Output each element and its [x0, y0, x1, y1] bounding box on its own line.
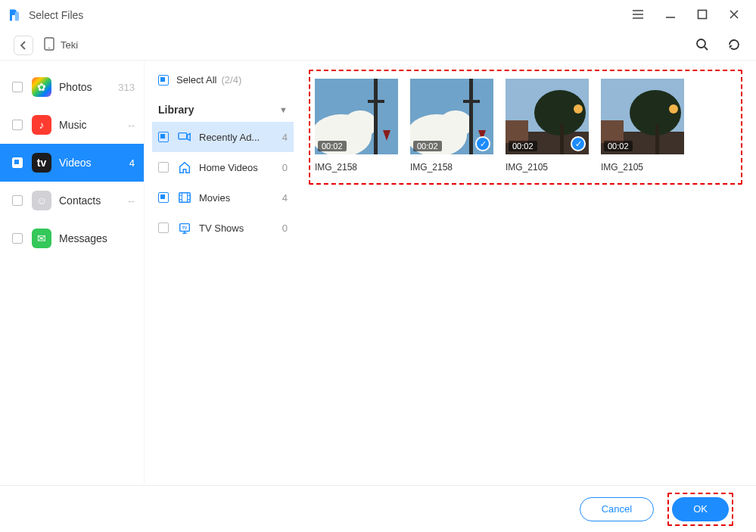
footer: Cancel OK	[0, 485, 756, 532]
main-area: ✿ Photos 313 ♪ Music -- tv Videos 4 ☺ Co…	[0, 61, 756, 484]
library-type-icon	[178, 191, 199, 204]
window-title: Select Files	[29, 9, 83, 21]
close-icon[interactable]	[729, 9, 739, 22]
library-type-icon: TV	[178, 221, 199, 235]
search-icon[interactable]	[695, 38, 711, 53]
select-all-checkbox[interactable]	[158, 75, 169, 86]
svg-rect-18	[463, 100, 480, 103]
sidebar: ✿ Photos 313 ♪ Music -- tv Videos 4 ☺ Co…	[0, 61, 144, 484]
checkbox[interactable]	[12, 195, 23, 206]
library-item[interactable]: TVTV Shows0	[152, 213, 294, 243]
svg-rect-23	[560, 124, 564, 154]
library-item-label: Recently Ad...	[199, 132, 282, 143]
titlebar-left: Select Files	[8, 8, 83, 22]
sidebar-item-count: 313	[118, 82, 135, 93]
sidebar-item-photos[interactable]: ✿ Photos 313	[0, 68, 144, 106]
library-item[interactable]: Home Videos0	[152, 152, 294, 182]
cancel-button[interactable]: Cancel	[580, 497, 654, 521]
messages-icon: ✉	[32, 229, 51, 248]
library-item-count: 4	[282, 192, 288, 204]
checkbox[interactable]	[158, 222, 169, 233]
sidebar-item-label: Photos	[59, 81, 118, 93]
library-item-count: 0	[282, 222, 288, 234]
svg-point-11	[344, 110, 377, 138]
select-all-count: (2/4)	[221, 74, 241, 86]
video-card[interactable]: 00:02✓IMG_2105	[506, 79, 589, 173]
videos-icon: tv	[32, 153, 51, 173]
checkbox[interactable]	[158, 132, 169, 142]
checkbox[interactable]	[158, 192, 169, 203]
window-controls	[632, 9, 748, 22]
video-name: IMG_2158	[315, 162, 398, 173]
titlebar: Select Files	[0, 0, 756, 30]
refresh-icon[interactable]	[727, 38, 742, 53]
chevron-down-icon: ▼	[279, 105, 288, 114]
video-duration: 00:02	[604, 141, 633, 151]
svg-rect-0	[15, 12, 19, 21]
video-duration: 00:02	[318, 141, 347, 151]
contacts-icon: ☺	[32, 191, 51, 210]
music-icon: ♪	[32, 115, 51, 135]
svg-rect-29	[655, 124, 659, 154]
sidebar-item-label: Videos	[59, 157, 129, 169]
checkbox[interactable]	[12, 120, 23, 130]
video-name: IMG_2158	[410, 162, 493, 173]
device-name: Teki	[61, 39, 78, 51]
sidebar-item-count: --	[128, 120, 135, 131]
checkbox[interactable]	[12, 82, 23, 92]
sidebar-item-messages[interactable]: ✉ Messages	[0, 219, 144, 257]
minimize-icon[interactable]	[665, 9, 676, 22]
video-thumbnail[interactable]: 00:02	[601, 79, 684, 154]
library-item-label: TV Shows	[199, 222, 282, 234]
library-type-icon	[178, 130, 199, 144]
library-item-label: Home Videos	[199, 162, 282, 173]
photos-icon: ✿	[32, 77, 51, 97]
svg-rect-12	[374, 79, 378, 154]
checkbox[interactable]	[12, 233, 23, 244]
content-area: 00:02IMG_215800:02✓IMG_215800:02✓IMG_210…	[295, 61, 756, 484]
checkbox[interactable]	[12, 157, 23, 168]
video-card[interactable]: 00:02IMG_2105	[601, 79, 684, 173]
svg-point-4	[697, 39, 705, 48]
select-all-row[interactable]: Select All (2/4)	[152, 71, 294, 89]
svg-rect-27	[601, 120, 624, 143]
video-thumbnail[interactable]: 00:02✓	[410, 79, 493, 154]
svg-text:TV: TV	[182, 226, 188, 230]
video-card[interactable]: 00:02IMG_2158	[315, 79, 398, 173]
select-all-label: Select All	[176, 74, 216, 86]
library-label: Library	[158, 104, 194, 116]
app-logo-icon	[8, 8, 21, 22]
svg-rect-17	[469, 79, 473, 154]
video-card[interactable]: 00:02✓IMG_2158	[410, 79, 493, 173]
sidebar-item-videos[interactable]: tv Videos 4	[0, 144, 144, 182]
library-item[interactable]: Movies4	[152, 182, 294, 213]
sidebar-item-count: 4	[129, 157, 135, 169]
video-duration: 00:02	[413, 141, 442, 151]
checkbox[interactable]	[158, 162, 169, 173]
back-button[interactable]	[14, 36, 33, 55]
maximize-icon[interactable]	[697, 9, 708, 22]
sidebar-item-label: Messages	[59, 232, 135, 244]
svg-rect-13	[368, 100, 384, 103]
selected-check-icon: ✓	[571, 136, 586, 151]
menu-icon[interactable]	[632, 9, 644, 22]
video-thumbnail[interactable]: 00:02✓	[506, 79, 589, 154]
svg-point-16	[439, 110, 472, 138]
svg-point-3	[48, 48, 50, 49]
library-item-count: 0	[282, 162, 288, 173]
ok-button-highlight: OK	[667, 493, 733, 526]
library-panel: Select All (2/4) Library ▼ Recently Ad..…	[144, 61, 295, 484]
library-header[interactable]: Library ▼	[152, 104, 294, 122]
library-item[interactable]: Recently Ad...4	[152, 122, 294, 152]
video-name: IMG_2105	[601, 162, 684, 173]
ok-button[interactable]: OK	[672, 497, 729, 521]
phone-icon	[44, 37, 54, 53]
sidebar-item-count: --	[128, 195, 135, 207]
library-list: Recently Ad...4Home Videos0Movies4TVTV S…	[152, 122, 294, 243]
svg-rect-1	[698, 10, 707, 18]
selected-check-icon: ✓	[475, 136, 490, 151]
sidebar-item-contacts[interactable]: ☺ Contacts --	[0, 182, 144, 219]
svg-rect-5	[179, 133, 187, 139]
sidebar-item-music[interactable]: ♪ Music --	[0, 106, 144, 144]
video-thumbnail[interactable]: 00:02	[315, 79, 398, 154]
